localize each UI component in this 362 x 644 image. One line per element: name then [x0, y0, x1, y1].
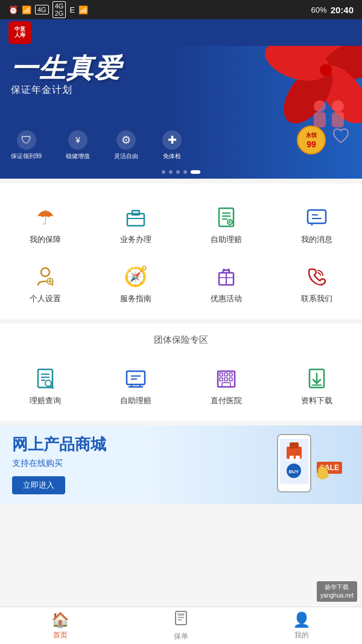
policy-icon: [173, 610, 189, 630]
profile-label: 我的: [294, 630, 309, 640]
business-label: 业务办理: [120, 234, 151, 245]
banner-feature-icons: 🛡 保证领到99 ¥ 稳健增值 ⚙ 灵活自由 ✚ 免体检: [11, 130, 182, 161]
app-header: 中意人寿: [0, 19, 362, 46]
download-label: 资料下载: [301, 395, 332, 406]
network-badge: 4G: [35, 5, 49, 14]
group-section-title: 团体保险专区: [0, 334, 362, 349]
growth-icon: ¥: [68, 130, 87, 150]
svg-marker-23: [311, 223, 313, 226]
settings-label: 个人设置: [30, 293, 61, 304]
menu-item-contact[interactable]: 联系我们: [272, 253, 362, 313]
self-claim-label: 自助理赔: [120, 395, 151, 406]
svg-rect-7: [314, 112, 326, 127]
product-banner-subtitle: 支持在线购买: [12, 458, 229, 469]
group-menu-grid: 理赔查询 自助理赔: [0, 355, 362, 415]
contact-label: 联系我们: [301, 293, 332, 304]
group-item-direct-hospital[interactable]: 直付医院: [181, 355, 272, 415]
status-left: ⏰ 📶 4G 4G2G E 📶: [8, 1, 88, 18]
bottom-nav: 🏠 首页 保单 👤 我的: [0, 607, 362, 644]
direct-hospital-icon: [209, 362, 243, 395]
dot-2: [169, 170, 173, 174]
self-claim-icon: [119, 362, 153, 395]
offers-icon: [209, 260, 243, 293]
menu-item-messages[interactable]: 我的消息: [272, 194, 362, 253]
svg-point-31: [223, 269, 225, 271]
feature-guarantee-label: 保证领到99: [11, 152, 42, 161]
svg-rect-67: [176, 611, 186, 625]
wifi-icon: 📶: [22, 5, 31, 14]
checkup-icon: ✚: [162, 130, 182, 150]
svg-rect-61: [290, 456, 294, 462]
nav-item-profile[interactable]: 👤 我的: [241, 607, 362, 644]
selfservice-label: 自助理赔: [211, 234, 242, 245]
svg-rect-9: [332, 112, 344, 127]
selfservice-icon: [209, 200, 243, 234]
feature-checkup: ✚ 免体检: [162, 130, 182, 161]
svg-rect-46: [224, 373, 227, 376]
direct-hospital-label: 直付医院: [211, 395, 242, 406]
nav-item-home[interactable]: 🏠 首页: [0, 607, 121, 644]
guide-icon: 🧭: [119, 260, 153, 293]
menu-item-selfservice[interactable]: 自助理赔: [181, 194, 272, 253]
product-banner[interactable]: 网上产品商城 支持在线购买 立即进入 BUY SALE: [0, 426, 362, 504]
main-menu-section: ☂ 我的保障 业务办理: [0, 183, 362, 319]
svg-point-8: [332, 100, 344, 112]
product-banner-text: 网上产品商城 支持在线购买 立即进入: [12, 435, 229, 494]
svg-text:BUY: BUY: [289, 469, 300, 474]
shop-illustration: BUY SALE: [229, 426, 350, 504]
banner: 一生真爱 保证年金计划 永恒 99 🛡 保证领到99 ¥ 稳健增值 ⚙ 灵活自由…: [0, 46, 362, 179]
download-icon: [300, 362, 334, 395]
time-display: 20:40: [331, 5, 354, 15]
svg-rect-39: [127, 371, 145, 384]
battery-level: 60%: [311, 5, 327, 14]
nav-item-policy[interactable]: 保单: [121, 607, 241, 644]
menu-item-guide[interactable]: 🧭 服务指南: [91, 253, 181, 313]
feature-flexible: ⚙ 灵活自由: [114, 130, 138, 161]
status-right: 60% 20:40: [311, 5, 354, 15]
watermark: 扬华下载yanghua.net: [317, 581, 357, 602]
svg-point-6: [314, 100, 326, 112]
main-menu-grid: ☂ 我的保障 业务办理: [0, 194, 362, 313]
guarantee-icon: 🛡: [17, 130, 36, 150]
product-banner-button[interactable]: 立即进入: [12, 476, 65, 494]
policy-label: 保单: [174, 631, 188, 642]
dot-1: [162, 170, 165, 174]
profile-icon: 👤: [293, 611, 311, 628]
svg-rect-11: [132, 211, 139, 215]
signal-bar-icon: E: [69, 5, 75, 14]
guide-label: 服务指南: [120, 293, 151, 304]
feature-growth: ¥ 稳健增值: [66, 130, 90, 161]
menu-item-protection[interactable]: ☂ 我的保障: [0, 194, 91, 253]
menu-item-offers[interactable]: 优惠活动: [181, 253, 272, 313]
protection-icon: ☂: [28, 200, 62, 234]
banner-decoration: [229, 46, 362, 179]
svg-rect-49: [224, 378, 227, 381]
protection-label: 我的保障: [30, 234, 61, 245]
group-item-download[interactable]: 资料下载: [272, 355, 362, 415]
feature-growth-label: 稳健增值: [66, 152, 90, 161]
group-item-claim-query[interactable]: 理赔查询: [0, 355, 91, 415]
svg-rect-20: [308, 210, 326, 223]
svg-rect-62: [296, 456, 300, 462]
banner-main-title: 一生真爱: [11, 55, 122, 81]
alarm-icon: ⏰: [8, 5, 18, 14]
banner-title-area: 一生真爱 保证年金计划: [11, 55, 122, 97]
dot-4: [183, 170, 187, 174]
home-icon: 🏠: [51, 611, 69, 628]
dot-3: [176, 170, 180, 174]
offers-label: 优惠活动: [211, 293, 242, 304]
business-icon: [119, 200, 153, 234]
bottom-spacer: [0, 504, 362, 541]
svg-point-5: [320, 64, 332, 76]
banner-sub-title: 保证年金计划: [11, 84, 122, 97]
contact-icon: [300, 260, 334, 293]
group-insurance-section: 团体保险专区 理赔查询: [0, 324, 362, 421]
shop-svg: BUY SALE: [229, 426, 350, 504]
yonghui-badge: 永恒 99: [297, 126, 326, 155]
menu-item-settings[interactable]: 个人设置: [0, 253, 91, 313]
home-label: 首页: [53, 630, 68, 640]
settings-icon: [28, 260, 62, 293]
menu-item-business[interactable]: 业务办理: [91, 194, 181, 253]
group-item-self-claim[interactable]: 自助理赔: [91, 355, 181, 415]
feature-flexible-label: 灵活自由: [114, 152, 138, 161]
